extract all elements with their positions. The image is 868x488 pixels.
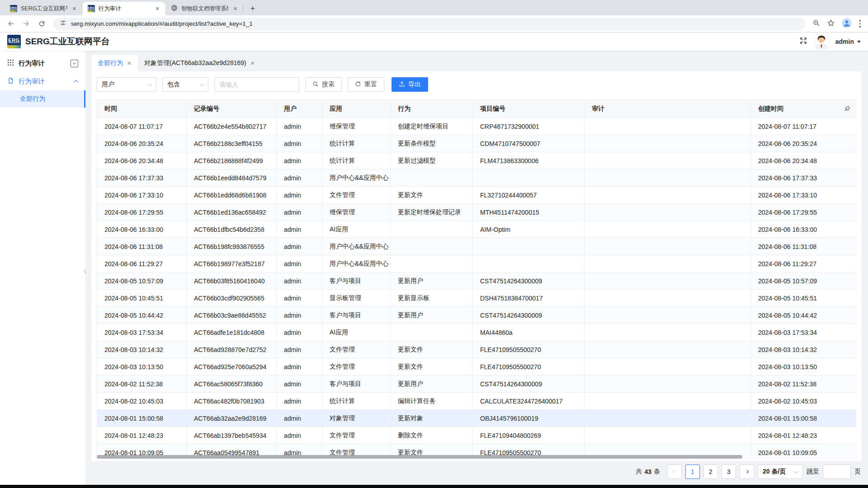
user-avatar[interactable] — [814, 34, 829, 49]
app-title: SERG工业互联网平台 — [25, 36, 110, 47]
table-cell: admin — [277, 272, 322, 290]
table-cell: 统计计算 — [322, 152, 391, 169]
new-tab-button[interactable]: + — [247, 3, 259, 14]
table-cell — [391, 324, 473, 341]
table-row[interactable]: 2024-08-03 17:53:34ACT66adfe1e181dc4808a… — [97, 324, 857, 341]
pagination-bar: 共43条 123 20 条/页 跳至 页 — [86, 461, 868, 479]
tab-close-icon[interactable]: ✕ — [232, 5, 239, 13]
table-cell — [585, 410, 751, 427]
table-row[interactable]: 2024-08-06 11:29:27ACT66b198977e3f52187a… — [97, 255, 857, 272]
app-body: 行为审计 行为审计 全部行为 全部行为 ✕ — [0, 51, 868, 485]
table-cell: admin — [277, 169, 322, 187]
table-cell — [585, 135, 751, 152]
table-row[interactable]: 2024-08-03 10:14:32ACT66ad928870e7d2752a… — [97, 341, 857, 358]
table-cell: CALCULATE3244726400017 — [473, 393, 585, 410]
forward-icon[interactable] — [20, 18, 33, 30]
sidebar-collapse-handle[interactable] — [83, 262, 89, 280]
table-row[interactable]: 2024-08-05 10:44:42ACT66b03c9ae88d45552a… — [97, 307, 857, 324]
table-row[interactable]: 2024-08-02 10:45:03ACT66ac482f0b7081903a… — [97, 393, 857, 410]
export-icon — [399, 81, 405, 89]
table-cell: 2024-08-06 16:33:00 — [97, 221, 187, 238]
table-cell: FLE47109505500270 — [473, 341, 585, 358]
page-size-select[interactable]: 20 条/页 — [758, 465, 803, 479]
profile-icon[interactable] — [841, 18, 852, 30]
tab-close-icon[interactable]: ✕ — [154, 5, 161, 13]
erg-favicon: ERG — [10, 5, 17, 12]
table-cell: admin — [277, 393, 322, 410]
browser-tab-title: 行为审计 — [99, 5, 151, 13]
page-button-1[interactable]: 1 — [685, 465, 700, 479]
table-cell: ACT66ad928870e7d2752 — [187, 341, 277, 358]
next-page-button[interactable] — [740, 465, 754, 479]
jump-page-input[interactable] — [823, 465, 851, 479]
field-select[interactable]: 用户 — [97, 77, 156, 92]
table-cell — [473, 238, 585, 255]
chevron-down-icon — [200, 82, 204, 86]
table-cell: CST47514264300009 — [473, 375, 585, 393]
table-row[interactable]: 2024-08-05 10:57:09ACT66b03f85160416040a… — [97, 272, 857, 290]
site-settings-icon[interactable] — [60, 19, 66, 28]
table-cell: 2024-08-01 12:48:23 — [97, 427, 187, 444]
table-cell: 2024-08-06 17:33:10 — [97, 187, 187, 204]
search-button[interactable]: 搜索 — [305, 77, 342, 92]
table-cell: ACT66b198977e3f52187 — [187, 255, 277, 272]
column-header: 创建时间 — [751, 100, 857, 118]
table-row[interactable]: 2024-08-05 10:45:51ACT66b03cdf902905565a… — [97, 290, 857, 307]
horizontal-scrollbar[interactable] — [97, 455, 742, 459]
chevron-left-icon — [84, 269, 88, 273]
browser-tab-3[interactable]: 智物联文档管理系统 - Powered ✕ — [165, 2, 243, 15]
table-row[interactable]: 2024-08-01 15:00:58ACT66ab32aa2e9d28169a… — [97, 410, 857, 427]
browser-tab-2[interactable]: ERG 行为审计 ✕ — [82, 2, 165, 15]
sidebar-group-audit[interactable]: 行为审计 — [0, 72, 85, 90]
page-tab-object-mgmt[interactable]: 对象管理(ACT66ab32aa2e9d28169) ✕ — [138, 55, 261, 71]
table-cell: 2024-08-06 20:34:48 — [751, 152, 857, 169]
table-row[interactable]: 2024-08-06 20:35:24ACT66b2188c3eff04155a… — [97, 135, 857, 152]
operator-select[interactable]: 包含 — [162, 77, 208, 92]
table-row[interactable]: 2024-08-03 10:13:50ACT66ad925e7060a5294a… — [97, 358, 857, 375]
table-cell: 2024-08-02 11:52:38 — [97, 375, 187, 393]
browser-menu-icon[interactable] — [859, 19, 862, 28]
table-cell: 更新用户 — [391, 272, 473, 290]
column-header: 用户 — [277, 100, 322, 118]
table-row[interactable]: 2024-08-06 17:29:55ACT66b1ed136ac658492a… — [97, 204, 857, 221]
operator-select-value: 包含 — [167, 80, 180, 89]
page-button-3[interactable]: 3 — [722, 465, 736, 479]
zoom-icon[interactable] — [812, 19, 821, 29]
table-cell: 更新用户 — [391, 307, 473, 324]
close-icon[interactable]: ✕ — [250, 61, 255, 66]
page-tab-label: 对象管理(ACT66ab32aa2e9d28169) — [144, 59, 246, 67]
reset-button[interactable]: 重置 — [348, 77, 384, 92]
page-tab-all-actions[interactable]: 全部行为 ✕ — [91, 55, 138, 71]
bookmark-star-icon[interactable] — [827, 19, 835, 29]
sidebar-item-all-actions[interactable]: 全部行为 — [0, 90, 85, 108]
table-row[interactable]: 2024-08-01 12:48:23ACT66ab1397beb545934a… — [97, 427, 857, 444]
module-select-icon[interactable] — [71, 60, 78, 67]
browser-tab-1[interactable]: ERG SERG工业互联网平台 ✕ — [5, 2, 82, 15]
table-cell: admin — [277, 152, 322, 169]
filter-input[interactable] — [219, 81, 294, 88]
table-cell: CST47514264300009 — [473, 307, 585, 324]
table-cell: 2024-08-06 17:37:33 — [751, 169, 857, 187]
table-row[interactable]: 2024-08-06 20:34:48ACT66b2186888f4f2499a… — [97, 152, 857, 169]
table-row[interactable]: 2024-08-06 17:37:33ACT66b1eedd8484d7579a… — [97, 169, 857, 187]
page-button-2[interactable]: 2 — [703, 465, 718, 479]
table-row[interactable]: 2024-08-07 11:07:17ACT66b2e4e554b802717a… — [97, 118, 857, 135]
reset-label: 重置 — [364, 80, 377, 89]
table-row[interactable]: 2024-08-06 11:31:08ACT66b198fc993876555a… — [97, 238, 857, 255]
fullscreen-icon[interactable] — [799, 37, 807, 47]
tab-close-icon[interactable]: ✕ — [71, 5, 78, 13]
table-row[interactable]: 2024-08-02 11:52:38ACT66ac58065f73f8360a… — [97, 375, 857, 393]
table-cell: admin — [277, 238, 322, 255]
sidebar-module-switcher[interactable]: 行为审计 — [0, 54, 85, 72]
table-row[interactable]: 2024-08-06 16:33:00ACT66b1dfbc54b6d2358a… — [97, 221, 857, 238]
table-cell — [585, 152, 751, 169]
prev-page-button[interactable] — [667, 465, 682, 479]
export-button[interactable]: 导出 — [392, 77, 428, 92]
address-bar[interactable]: serg.mixyun.com/mixapplication/#/audit/p… — [53, 18, 805, 30]
table-row[interactable]: 2024-08-06 17:33:10ACT66b1edd68d6b81908a… — [97, 187, 857, 204]
close-icon[interactable]: ✕ — [127, 61, 132, 66]
refresh-icon[interactable] — [35, 18, 48, 30]
back-icon[interactable] — [5, 18, 17, 30]
user-menu[interactable]: admin — [835, 38, 861, 45]
page-tab-bar: 全部行为 ✕ 对象管理(ACT66ab32aa2e9d28169) ✕ — [86, 55, 868, 71]
